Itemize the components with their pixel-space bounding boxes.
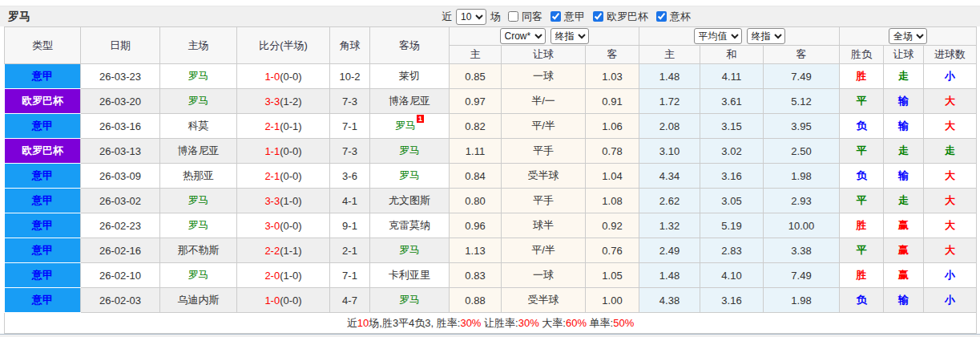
asian-away-odds-cell: 0.91 [586,89,639,114]
match-history-table: 类型 日期 主场 比分(半场) 角球 客场 Crow* 终指 [4,26,977,334]
asian-handicap-cell: 平/半 [502,114,586,139]
page-bottom-strip [0,334,980,337]
euro-odds-time-select[interactable]: 终指 [747,28,785,44]
date-cell: 26-02-03 [81,288,160,313]
half-time-score: (0-0) [280,145,301,157]
away-team-name: 尤文图斯 [389,194,430,206]
euro-away-odds-cell: 2.93 [764,189,840,213]
match-row: 意甲26-02-03乌迪内斯1-0(0-0)4-7罗马0.88受半球1.004.… [5,288,977,313]
result-goals-cell: 大 [924,189,977,213]
euro-home-odds-cell: 1.48 [639,263,700,288]
red-card-badge: 1 [417,115,424,123]
summary-segment: 近 [347,317,357,329]
euro-odds-group-header: 平均值 终指 [639,27,840,46]
asian-home-odds-cell: 0.83 [450,263,502,288]
result-wdl-cell: 平 [840,139,884,164]
europa-league-checkbox[interactable] [593,11,603,22]
result-wdl-cell: 平 [840,238,884,263]
home-team-name: 乌迪内斯 [178,294,220,306]
col-header-euro-draw: 和 [700,46,764,64]
league-cell: 意甲 [5,114,81,139]
home-team-cell: 乌迪内斯 [160,288,237,313]
score-cell: 3-3(1-0) [237,189,330,213]
league-cell: 欧罗巴杯 [5,139,81,164]
half-time-score: (1-1) [280,245,301,257]
home-team-cell: 科莫 [160,114,237,139]
league-cell: 意甲 [5,288,81,313]
league-badge: 意甲 [5,263,80,287]
col-header-home: 主场 [160,27,237,64]
home-team-name: 罗马 [188,219,209,231]
col-header-date: 日期 [81,27,160,64]
recent-count-select[interactable]: 10 [456,9,486,25]
asian-handicap-cell: 球半 [502,213,586,238]
same-away-checkbox[interactable] [508,11,518,22]
euro-draw-odds-cell: 4.11 [700,64,764,89]
home-team-cell: 罗马 [160,64,237,89]
col-header-result-handicap: 让球 [884,46,924,64]
euro-home-odds-cell: 1.32 [639,213,700,238]
asian-handicap-cell: 平/半 [502,238,586,263]
asian-odds-time-select[interactable]: 终指 [550,28,589,44]
summary-segment: 单率: [587,317,613,329]
full-time-score: 1-0 [264,71,280,83]
asian-away-odds-cell: 0.78 [586,139,639,164]
league-badge: 意甲 [5,213,80,238]
europa-league-label: 欧罗巴杯 [607,10,648,24]
date-cell: 26-02-23 [81,213,160,238]
serie-a-checkbox[interactable] [550,11,561,22]
table-body: 意甲26-03-23罗马1-0(0-0)10-2莱切0.85一球1.031.48… [5,64,977,313]
result-wdl-cell: 胜 [840,213,884,238]
asian-handicap-cell: 半/一 [502,89,586,114]
asian-home-odds-cell: 1.13 [450,238,502,263]
same-away-label: 同客 [522,10,542,24]
col-header-result-goals: 进球数 [924,46,977,64]
period-select[interactable]: 全场 [889,28,927,44]
result-goals-cell: 大 [924,238,977,263]
asian-home-odds-cell: 0.97 [450,89,502,114]
asian-away-odds-cell: 0.92 [586,213,639,238]
league-badge: 意甲 [5,114,80,138]
header-selects-row: 类型 日期 主场 比分(半场) 角球 客场 Crow* 终指 [5,27,977,46]
full-time-score: 3-3 [264,95,280,108]
half-time-score: (0-0) [280,220,301,232]
home-team-name: 罗马 [188,194,209,206]
away-team-cell: 罗马 [370,139,450,164]
euro-source-select[interactable]: 平均值 [694,28,742,44]
full-time-score: 2-1 [264,120,280,132]
result-goals-cell: 大 [924,164,977,189]
summary-text: 近10场,胜3平4负3, 胜率:30% 让胜率:30% 大率:60% 单率:50… [5,313,977,334]
asian-handicap-cell: 平手 [502,189,586,213]
result-goals-cell: 大 [924,114,977,139]
full-time-score: 2-2 [264,245,280,257]
away-team-name: 克雷莫纳 [389,219,430,231]
result-goals-cell: 小 [924,288,977,313]
asian-bookmaker-select[interactable]: Crow* [500,28,546,44]
match-row: 意甲26-02-23罗马3-0(0-0)9-1克雷莫纳0.96球半0.921.3… [5,213,977,238]
asian-away-odds-cell: 1.04 [586,164,639,189]
euro-home-odds-cell: 3.10 [639,139,700,164]
euro-home-odds-cell: 2.08 [639,114,700,139]
away-team-cell: 莱切 [370,64,450,89]
asian-handicap-cell: 受半球 [502,288,586,313]
euro-draw-odds-cell: 3.61 [700,89,764,114]
asian-home-odds-cell: 0.84 [450,164,502,189]
corners-cell: 10-2 [330,64,370,89]
home-team-cell: 罗马 [160,189,237,213]
toolbar-controls: 近 10 场 同客 意甲 欧罗巴杯 意杯 [442,9,692,25]
result-handicap-cell: 赢 [884,238,924,263]
home-team-name: 罗马 [188,70,209,82]
half-time-score: (1-2) [280,95,301,108]
asian-home-odds-cell: 0.82 [450,114,502,139]
league-cell: 欧罗巴杯 [5,89,81,114]
half-time-score: (0-0) [280,170,301,182]
full-time-score: 2-0 [264,270,280,282]
league-badge: 意甲 [5,189,80,213]
coppa-italia-checkbox[interactable] [656,11,667,22]
full-time-score: 3-3 [264,195,280,207]
result-handicap-cell: 赢 [884,213,924,238]
euro-draw-odds-cell: 4.10 [700,263,764,288]
result-handicap-cell: 输 [884,89,924,114]
summary-segment: 50% [613,317,634,329]
score-cell: 1-1(0-0) [237,139,330,164]
